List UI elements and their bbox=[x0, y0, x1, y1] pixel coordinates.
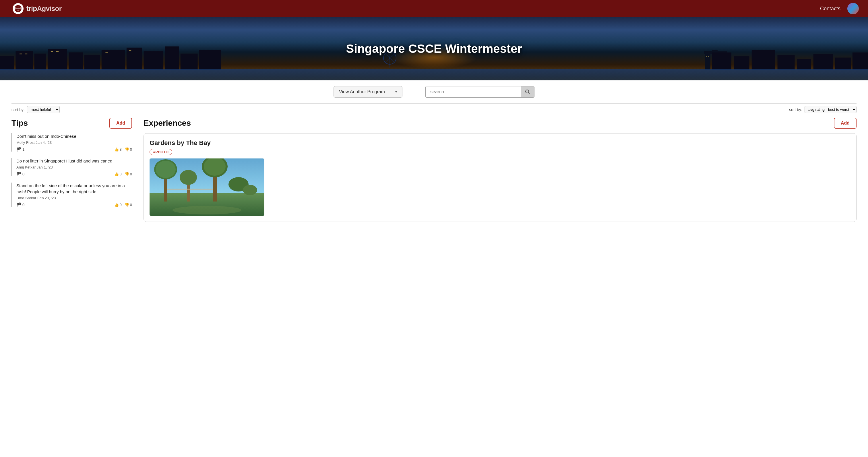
contacts-link[interactable]: Contacts bbox=[820, 6, 840, 12]
svg-rect-17 bbox=[25, 54, 27, 55]
experiences-sort-select[interactable]: avg rating - best to worst avg rating - … bbox=[805, 106, 857, 113]
hero-title: Singapore CSCE Wintermester bbox=[346, 42, 522, 56]
tip-votes: 👍 0 👎 0 bbox=[114, 203, 132, 207]
svg-rect-38 bbox=[797, 59, 811, 70]
svg-rect-16 bbox=[20, 54, 22, 55]
svg-rect-11 bbox=[127, 48, 142, 70]
downvote-count: 0 bbox=[130, 147, 132, 152]
search-input[interactable] bbox=[426, 86, 521, 97]
flag-count: 0 bbox=[22, 203, 24, 207]
tip-meta: Uma Sarkar Feb 23, '23 bbox=[17, 196, 132, 200]
tip-text: Don't miss out on Indo-Chinese bbox=[17, 133, 132, 139]
upvote-button[interactable]: 👍 0 bbox=[114, 203, 122, 207]
downvote-count: 0 bbox=[130, 172, 132, 176]
logo-area[interactable]: tripAgvisor bbox=[9, 2, 65, 15]
tips-column: Tips Add Don't miss out on Indo-Chinese … bbox=[11, 115, 132, 227]
tip-text: Do not litter in Singapore! I just did a… bbox=[17, 158, 132, 164]
program-dropdown[interactable]: View Another Program ▾ bbox=[334, 86, 402, 98]
svg-rect-27 bbox=[705, 53, 710, 70]
skyline-right bbox=[712, 48, 868, 70]
thumbs-up-icon: 👍 bbox=[114, 147, 119, 152]
svg-rect-15 bbox=[199, 50, 221, 70]
svg-rect-7 bbox=[48, 49, 67, 70]
list-item: Do not litter in Singapore! I just did a… bbox=[11, 158, 132, 176]
tip-flag[interactable]: 🏴 0 bbox=[17, 172, 24, 176]
svg-rect-18 bbox=[51, 51, 53, 52]
main-content: Tips Add Don't miss out on Indo-Chinese … bbox=[0, 115, 868, 227]
flag-icon: 🏴 bbox=[17, 147, 21, 152]
tip-actions: 🏴 0 👍 3 👎 0 bbox=[17, 172, 132, 176]
tip-text: Stand on the left side of the escalator … bbox=[17, 183, 132, 194]
flag-count: 0 bbox=[22, 172, 24, 176]
tip-flag[interactable]: 🏴 1 bbox=[17, 147, 24, 152]
thumbs-down-icon: 👎 bbox=[125, 172, 129, 176]
svg-rect-8 bbox=[69, 53, 83, 71]
add-tip-button[interactable]: Add bbox=[110, 118, 132, 129]
experiences-sort-label: sort by: bbox=[789, 108, 802, 112]
app-name: tripAgvisor bbox=[26, 5, 62, 12]
tips-sort: sort by: most helpful most recent highes… bbox=[11, 106, 434, 113]
upvote-count: 0 bbox=[120, 203, 122, 207]
downvote-button[interactable]: 👎 0 bbox=[125, 147, 132, 152]
thumbs-up-icon: 👍 bbox=[114, 172, 119, 176]
experiences-column: Experiences Add Gardens by The Bay #PHOT… bbox=[144, 115, 857, 227]
svg-rect-10 bbox=[102, 50, 125, 70]
svg-rect-40 bbox=[835, 58, 851, 70]
tip-votes: 👍 3 👎 0 bbox=[114, 172, 132, 176]
tip-votes: 👍 8 👎 0 bbox=[114, 147, 132, 152]
svg-rect-12 bbox=[144, 51, 163, 70]
svg-rect-19 bbox=[56, 51, 59, 52]
svg-rect-36 bbox=[751, 50, 775, 70]
svg-rect-32 bbox=[708, 56, 709, 57]
downvote-count: 0 bbox=[130, 203, 132, 207]
experience-card: Gardens by The Bay #PHOTO bbox=[144, 133, 857, 222]
upvote-button[interactable]: 👍 3 bbox=[114, 172, 122, 176]
tips-sort-label: sort by: bbox=[11, 108, 25, 112]
experience-tag: #PHOTO bbox=[150, 149, 172, 155]
svg-rect-31 bbox=[706, 56, 707, 57]
search-button[interactable] bbox=[521, 86, 534, 97]
flag-count: 1 bbox=[22, 147, 24, 152]
hero-water bbox=[0, 69, 868, 80]
svg-line-43 bbox=[528, 93, 530, 94]
hero-banner: Singapore CSCE Wintermester bbox=[0, 17, 868, 80]
tips-title: Tips bbox=[11, 119, 28, 128]
upvote-count: 8 bbox=[120, 147, 122, 152]
tips-sort-select[interactable]: most helpful most recent highest rated bbox=[27, 106, 60, 113]
add-experience-button[interactable]: Add bbox=[834, 118, 857, 129]
tip-flag[interactable]: 🏴 0 bbox=[17, 202, 24, 207]
nav-right: Contacts bbox=[820, 3, 859, 14]
logo-icon bbox=[12, 3, 24, 14]
tip-actions: 🏴 0 👍 0 👎 0 bbox=[17, 202, 132, 207]
search-icon bbox=[525, 89, 530, 94]
flag-icon: 🏴 bbox=[17, 202, 21, 207]
tip-meta: Molly Frost Jan 4, '23 bbox=[17, 141, 132, 145]
experience-title: Gardens by The Bay bbox=[150, 139, 850, 147]
tip-meta: Anuj Ketkar Jan 1, '23 bbox=[17, 165, 132, 170]
svg-rect-20 bbox=[105, 53, 107, 53]
tips-header: Tips Add bbox=[11, 115, 132, 129]
svg-rect-13 bbox=[165, 47, 179, 70]
thumbs-down-icon: 👎 bbox=[125, 147, 129, 152]
svg-rect-34 bbox=[712, 53, 732, 70]
svg-rect-37 bbox=[777, 55, 795, 70]
upvote-count: 3 bbox=[120, 172, 122, 176]
controls-row: View Another Program ▾ bbox=[0, 80, 868, 103]
skyline-left bbox=[0, 42, 391, 70]
svg-rect-9 bbox=[84, 55, 100, 70]
svg-rect-58 bbox=[150, 158, 265, 216]
tip-actions: 🏴 1 👍 8 👎 0 bbox=[17, 147, 132, 152]
downvote-button[interactable]: 👎 0 bbox=[125, 172, 132, 176]
svg-rect-6 bbox=[34, 54, 46, 70]
experiences-title: Experiences bbox=[144, 119, 191, 128]
svg-rect-41 bbox=[852, 53, 868, 70]
program-dropdown-label: View Another Program bbox=[339, 89, 385, 94]
experiences-sort: sort by: avg rating - best to worst avg … bbox=[434, 106, 857, 113]
svg-rect-5 bbox=[16, 51, 33, 70]
upvote-button[interactable]: 👍 8 bbox=[114, 147, 122, 152]
svg-rect-39 bbox=[813, 54, 833, 70]
downvote-button[interactable]: 👎 0 bbox=[125, 203, 132, 207]
user-avatar[interactable] bbox=[847, 3, 859, 14]
flag-icon: 🏴 bbox=[17, 172, 21, 176]
list-item: Don't miss out on Indo-Chinese Molly Fro… bbox=[11, 133, 132, 152]
